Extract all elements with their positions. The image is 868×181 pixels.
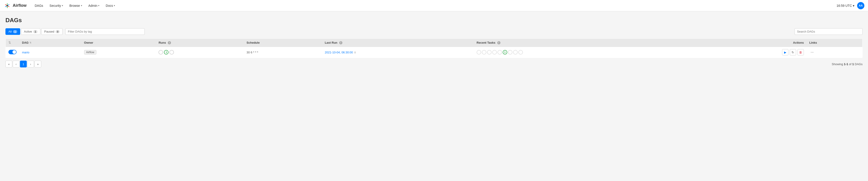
main-content: DAGs All 1 Active 1 Paused 0 ⇅	[0, 11, 868, 73]
table-row: mario Airflow 1 30 6 * * *	[6, 47, 863, 58]
table-header: ⇅ DAG ⇅ Owner Runs i	[6, 39, 863, 47]
browse-caret-icon: ▾	[81, 4, 82, 7]
airflow-logo-icon	[4, 2, 11, 9]
page-first-button[interactable]: «	[5, 61, 12, 67]
th-actions: Actions	[692, 39, 807, 47]
dag-toggle-cell	[6, 47, 20, 58]
dag-toggle[interactable]	[8, 50, 17, 54]
page-next-button[interactable]: ›	[27, 61, 34, 67]
pagination: « ‹ 1 › »	[5, 61, 41, 67]
security-caret-icon: ▾	[62, 4, 63, 7]
dag-schedule-cell: 30 6 * * *	[244, 47, 322, 58]
tab-paused[interactable]: Paused 0	[41, 28, 63, 35]
time-caret-icon: ▾	[853, 4, 855, 7]
task-circle-2	[482, 50, 486, 55]
dags-table: ⇅ DAG ⇅ Owner Runs i	[5, 38, 863, 58]
brand[interactable]: Airflow	[4, 2, 27, 9]
time-display[interactable]: 16:59 UTC ▾	[836, 4, 855, 7]
lastrun-row-info-icon[interactable]: i	[354, 51, 355, 54]
dag-owner-cell: Airflow	[82, 47, 156, 58]
th-toggle: ⇅	[6, 39, 20, 47]
task-circle-4	[492, 50, 497, 55]
table-body: mario Airflow 1 30 6 * * *	[6, 47, 863, 58]
tab-active[interactable]: Active 1	[21, 28, 40, 35]
th-dag: DAG ⇅	[19, 39, 82, 47]
dag-lastrun-link[interactable]: 2021-10-04, 06:30:00	[325, 51, 353, 54]
trigger-dag-button[interactable]: ▶	[782, 49, 788, 56]
th-recenttasks: Recent Tasks i	[474, 39, 692, 47]
dag-name-cell: mario	[19, 47, 82, 58]
dag-recenttasks-cell: 1	[474, 47, 692, 58]
pagination-row: « ‹ 1 › » Showing 1-1 of 1 DAGs	[5, 61, 863, 67]
th-lastrun: Last Run i	[322, 39, 474, 47]
tab-active-badge: 1	[33, 30, 37, 33]
dag-actions-cell: ▶ ↻ 🗑	[692, 47, 807, 58]
brand-text: Airflow	[13, 3, 27, 8]
page-prev-button[interactable]: ‹	[13, 61, 20, 67]
dag-schedule-text: 30 6 * * *	[246, 51, 258, 54]
run-circles: 1	[158, 50, 241, 55]
tab-paused-badge: 0	[56, 30, 60, 33]
navbar-right: 16:59 UTC ▾ AA	[836, 2, 864, 9]
run-circle-1	[158, 50, 163, 55]
recenttasks-info-icon[interactable]: i	[497, 41, 500, 44]
dag-sort-icon: ⇅	[29, 41, 31, 44]
time-text: 16:59 UTC	[836, 4, 852, 7]
dag-owner-badge: Airflow	[84, 50, 96, 55]
task-circle-5	[497, 50, 502, 55]
nav-links: DAGs Security ▾ Browse ▾ Admin ▾ Docs ▾	[32, 2, 836, 9]
page-title: DAGs	[5, 17, 863, 24]
nav-browse[interactable]: Browse ▾	[67, 2, 85, 9]
nav-admin[interactable]: Admin ▾	[86, 2, 102, 9]
task-circle-1	[477, 50, 481, 55]
dag-links-cell: ···	[807, 47, 863, 58]
th-owner: Owner	[82, 39, 156, 47]
nav-dags[interactable]: DAGs	[32, 2, 46, 9]
tab-group: All 1 Active 1 Paused 0	[5, 28, 63, 35]
filters-row: All 1 Active 1 Paused 0	[5, 28, 863, 35]
task-circles: 1	[477, 50, 689, 55]
run-circle-3	[169, 50, 174, 55]
th-schedule: Schedule	[244, 39, 322, 47]
run-circle-2: 1	[164, 50, 168, 55]
th-links: Links	[807, 39, 863, 47]
dag-name-link[interactable]: mario	[22, 51, 29, 54]
user-avatar[interactable]: AA	[857, 2, 864, 9]
task-circle-6: 1	[503, 50, 507, 55]
showing-text: Showing 1-1 of 1 DAGs	[832, 63, 863, 66]
nav-docs[interactable]: Docs ▾	[103, 2, 118, 9]
dag-more-links-button[interactable]: ···	[809, 50, 815, 55]
task-circle-7	[508, 50, 513, 55]
nav-security[interactable]: Security ▾	[47, 2, 66, 9]
page-1-button[interactable]: 1	[20, 61, 27, 67]
tab-all-badge: 1	[13, 30, 17, 33]
navbar: Airflow DAGs Security ▾ Browse ▾ Admin ▾…	[0, 0, 868, 11]
filter-tags-input[interactable]	[65, 28, 145, 35]
dag-runs-cell: 1	[156, 47, 244, 58]
docs-caret-icon: ▾	[114, 4, 115, 7]
task-circle-9	[518, 50, 523, 55]
action-buttons: ▶ ↻ 🗑	[694, 49, 804, 56]
th-runs: Runs i	[156, 39, 244, 47]
admin-caret-icon: ▾	[98, 4, 99, 7]
svg-point-0	[7, 5, 8, 6]
refresh-dag-button[interactable]: ↻	[790, 49, 796, 56]
lastrun-info-icon[interactable]: i	[339, 41, 342, 44]
runs-info-icon[interactable]: i	[168, 41, 171, 44]
sort-icon: ⇅	[8, 41, 11, 44]
tab-all[interactable]: All 1	[5, 28, 20, 35]
page-last-button[interactable]: »	[34, 61, 41, 67]
dag-lastrun-cell: 2021-10-04, 06:30:00 i	[322, 47, 474, 58]
task-circle-3	[487, 50, 492, 55]
delete-dag-button[interactable]: 🗑	[798, 49, 804, 56]
task-circle-8	[513, 50, 518, 55]
search-dags-input[interactable]	[795, 28, 863, 35]
